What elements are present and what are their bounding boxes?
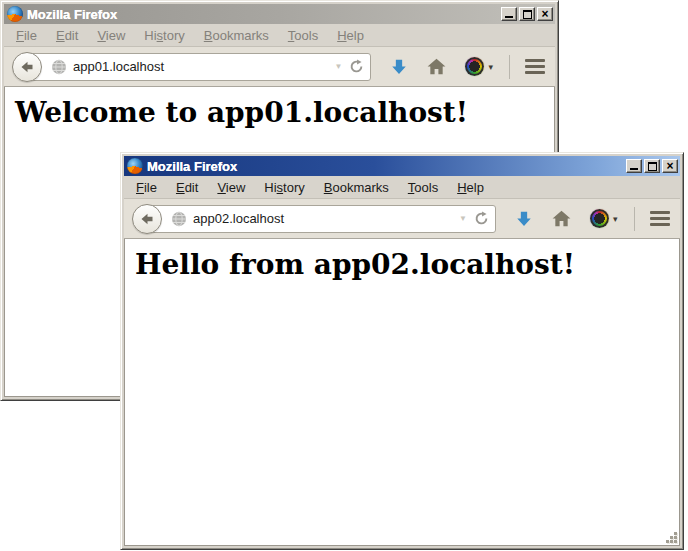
back-button[interactable] <box>12 52 42 82</box>
home-icon <box>552 210 571 227</box>
maximize-button[interactable] <box>519 7 535 21</box>
titlebar[interactable]: Mozilla Firefox × <box>4 4 555 24</box>
extension-button[interactable]: ▾ <box>465 57 493 76</box>
close-icon: × <box>666 161 673 171</box>
download-button[interactable] <box>390 58 408 76</box>
app-menu-button[interactable] <box>525 59 545 74</box>
minimize-button[interactable] <box>626 159 642 173</box>
menu-bookmarks[interactable]: Bookmarks <box>317 177 396 198</box>
page-heading: Welcome to app01.localhost! <box>15 96 554 129</box>
urlbar-dropdown-icon[interactable]: ▼ <box>335 62 343 71</box>
resize-grip[interactable] <box>664 530 678 544</box>
titlebar[interactable]: Mozilla Firefox × <box>124 156 680 176</box>
download-icon <box>390 58 408 76</box>
menu-tools[interactable]: Tools <box>401 177 445 198</box>
page-content: Hello from app02.localhost! <box>124 239 680 546</box>
menu-bar: File Edit View History Bookmarks Tools H… <box>124 176 680 199</box>
menu-help[interactable]: Help <box>450 177 491 198</box>
lens-icon <box>465 57 484 76</box>
home-button[interactable] <box>552 210 571 227</box>
url-bar[interactable]: app01.localhost ▼ <box>26 53 371 81</box>
maximize-icon <box>648 162 657 171</box>
menu-view[interactable]: View <box>90 25 132 46</box>
app-menu-button[interactable] <box>650 211 670 226</box>
extension-button[interactable]: ▾ <box>590 209 618 228</box>
back-arrow-icon <box>19 59 35 75</box>
home-icon <box>427 58 446 75</box>
firefox-icon <box>127 158 143 174</box>
firefox-window-app02: Mozilla Firefox × File Edit View History… <box>120 152 684 550</box>
download-icon <box>515 210 533 228</box>
reload-icon[interactable] <box>349 59 364 74</box>
url-bar[interactable]: app02.localhost ▼ <box>146 205 496 233</box>
urlbar-dropdown-icon[interactable]: ▼ <box>459 214 467 223</box>
url-text[interactable]: app02.localhost <box>193 211 455 226</box>
minimize-button[interactable] <box>501 7 517 21</box>
url-text[interactable]: app01.localhost <box>73 59 331 74</box>
close-icon: × <box>541 9 548 19</box>
menu-view[interactable]: View <box>210 177 252 198</box>
toolbar-separator <box>509 55 510 79</box>
menu-file[interactable]: File <box>9 25 44 46</box>
lens-icon <box>590 209 609 228</box>
caret-down-icon: ▾ <box>613 214 618 224</box>
menu-bar: File Edit View History Bookmarks Tools H… <box>4 24 555 47</box>
toolbar-separator <box>634 207 635 231</box>
download-button[interactable] <box>515 210 533 228</box>
menu-edit[interactable]: Edit <box>49 25 85 46</box>
firefox-icon <box>7 6 23 22</box>
minimize-icon <box>630 168 638 170</box>
close-button[interactable]: × <box>662 159 678 173</box>
menu-tools[interactable]: Tools <box>281 25 325 46</box>
navigation-toolbar: app01.localhost ▼ ▾ <box>4 47 555 87</box>
globe-icon <box>171 211 187 227</box>
back-arrow-icon <box>139 211 155 227</box>
menu-history[interactable]: History <box>137 25 191 46</box>
globe-icon <box>51 59 67 75</box>
window-title: Mozilla Firefox <box>27 7 501 22</box>
maximize-icon <box>523 10 532 19</box>
home-button[interactable] <box>427 58 446 75</box>
window-title: Mozilla Firefox <box>147 159 626 174</box>
back-button[interactable] <box>132 204 162 234</box>
menu-bookmarks[interactable]: Bookmarks <box>197 25 276 46</box>
maximize-button[interactable] <box>644 159 660 173</box>
minimize-icon <box>505 16 513 18</box>
caret-down-icon: ▾ <box>488 62 493 72</box>
menu-file[interactable]: File <box>129 177 164 198</box>
close-button[interactable]: × <box>537 7 553 21</box>
menu-history[interactable]: History <box>257 177 311 198</box>
reload-icon[interactable] <box>474 211 489 226</box>
page-heading: Hello from app02.localhost! <box>135 248 679 281</box>
menu-help[interactable]: Help <box>330 25 371 46</box>
navigation-toolbar: app02.localhost ▼ ▾ <box>124 199 680 239</box>
menu-edit[interactable]: Edit <box>169 177 205 198</box>
